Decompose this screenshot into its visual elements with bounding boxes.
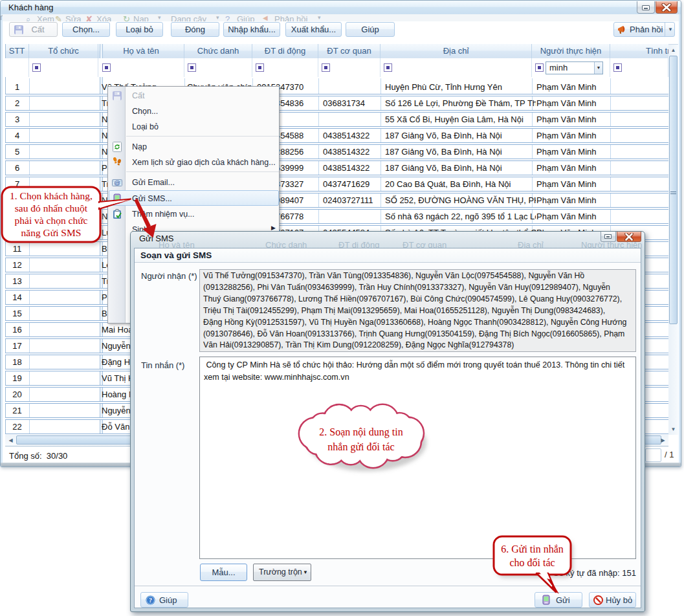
svg-text:@: @ <box>114 179 120 186</box>
svg-text:?: ? <box>149 597 152 604</box>
